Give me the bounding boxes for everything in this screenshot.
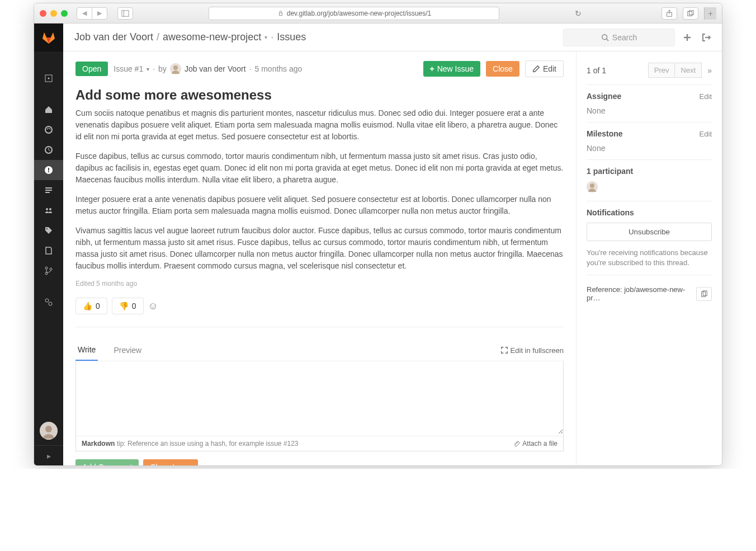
svg-rect-11 bbox=[48, 168, 49, 171]
nav-home[interactable] bbox=[34, 100, 63, 120]
close-window[interactable] bbox=[40, 10, 46, 17]
new-tab-button[interactable]: + bbox=[704, 7, 716, 20]
svg-rect-4 bbox=[688, 11, 692, 16]
issue-content: Open Issue #1 ▾ · by Job van der Voort ·… bbox=[63, 51, 577, 465]
new-issue-button[interactable]: +New Issue bbox=[423, 61, 481, 77]
copy-reference-button[interactable] bbox=[696, 287, 712, 302]
nav-labels[interactable] bbox=[34, 220, 63, 241]
chevron-down-icon[interactable]: ▾ bbox=[147, 66, 149, 72]
nav-activity[interactable] bbox=[34, 120, 63, 140]
add-reaction-button[interactable]: ☺ bbox=[148, 300, 158, 312]
chevron-down-icon[interactable]: ▾ bbox=[264, 34, 267, 40]
user-avatar[interactable] bbox=[40, 422, 58, 440]
unsubscribe-button[interactable]: Unsubscribe bbox=[587, 223, 712, 241]
milestone-edit[interactable]: Edit bbox=[700, 130, 712, 138]
plus-icon[interactable] bbox=[683, 32, 692, 43]
svg-point-18 bbox=[46, 228, 48, 229]
breadcrumb-section[interactable]: Issues bbox=[277, 31, 306, 43]
author-avatar[interactable] bbox=[170, 63, 181, 74]
reload-button[interactable]: ↻ bbox=[575, 9, 586, 18]
add-comment-button[interactable]: Add Comment bbox=[75, 459, 139, 465]
issue-description: Cum sociis natoque penatibus et magnis d… bbox=[75, 107, 564, 272]
issue-title: Add some more awesomeness bbox=[75, 87, 564, 103]
left-sidebar: ▸ bbox=[34, 23, 63, 465]
svg-point-7 bbox=[48, 78, 50, 79]
nav-settings[interactable] bbox=[34, 292, 63, 312]
assignee-edit[interactable]: Edit bbox=[700, 92, 712, 101]
tabs-button[interactable] bbox=[683, 7, 698, 20]
back-button[interactable]: ◀ bbox=[77, 7, 92, 20]
minimize-window[interactable] bbox=[50, 10, 57, 17]
comment-textarea[interactable] bbox=[76, 361, 563, 434]
close-issue-button[interactable]: Close Issue bbox=[143, 459, 197, 465]
collapse-sidebar-icon[interactable]: » bbox=[707, 66, 712, 75]
svg-rect-12 bbox=[48, 171, 49, 172]
svg-rect-14 bbox=[45, 190, 52, 191]
svg-rect-5 bbox=[689, 10, 693, 15]
close-button[interactable]: Close bbox=[486, 61, 519, 77]
svg-point-25 bbox=[45, 426, 52, 432]
next-button[interactable]: Next bbox=[675, 63, 702, 78]
issue-sidebar: 1 of 1 Prev Next » AssigneeEdit None Mil… bbox=[577, 51, 722, 465]
edited-label: Edited 5 months ago bbox=[75, 280, 564, 288]
sidebar-toggle[interactable] bbox=[117, 7, 133, 20]
participant-avatar[interactable] bbox=[587, 181, 598, 192]
prev-button[interactable]: Prev bbox=[648, 63, 675, 78]
assignee-label: Assignee bbox=[587, 92, 621, 101]
share-button[interactable] bbox=[662, 7, 677, 20]
svg-rect-0 bbox=[122, 10, 129, 16]
reference-text: Reference: job/awesome-new-pr… bbox=[587, 285, 696, 302]
breadcrumb-owner[interactable]: Job van der Voort bbox=[74, 31, 153, 43]
svg-point-31 bbox=[590, 183, 594, 188]
nav-wiki[interactable] bbox=[34, 241, 63, 261]
svg-point-20 bbox=[45, 272, 48, 275]
signout-icon[interactable] bbox=[702, 32, 711, 43]
author-name[interactable]: Job van der Voort bbox=[185, 64, 246, 73]
edit-button[interactable]: Edit bbox=[525, 60, 564, 77]
attach-file-link[interactable]: Attach a file bbox=[513, 440, 557, 448]
issue-ref: Issue #1 bbox=[114, 64, 143, 73]
nav-merge[interactable] bbox=[34, 180, 63, 200]
nav-members[interactable] bbox=[34, 200, 63, 220]
forward-button[interactable]: ▶ bbox=[92, 7, 107, 20]
svg-point-23 bbox=[49, 302, 52, 305]
svg-point-29 bbox=[173, 65, 178, 70]
assignee-value: None bbox=[587, 106, 712, 115]
milestone-label: Milestone bbox=[587, 129, 623, 138]
issue-state-badge: Open bbox=[75, 62, 108, 76]
svg-point-21 bbox=[50, 268, 52, 270]
tab-write[interactable]: Write bbox=[75, 340, 98, 361]
svg-point-17 bbox=[49, 208, 51, 210]
nav-cycle[interactable] bbox=[34, 140, 63, 160]
zoom-window[interactable] bbox=[61, 10, 68, 17]
svg-line-27 bbox=[606, 39, 608, 41]
nav-branches[interactable] bbox=[34, 261, 63, 281]
thumbs-up-icon: 👍 bbox=[83, 302, 92, 310]
svg-rect-13 bbox=[45, 187, 52, 189]
search-input[interactable]: Search bbox=[563, 29, 675, 46]
issue-counter: 1 of 1 bbox=[587, 66, 606, 75]
svg-rect-2 bbox=[279, 13, 282, 15]
milestone-value: None bbox=[587, 144, 712, 153]
nav-issues[interactable] bbox=[34, 160, 63, 180]
expand-sidebar[interactable]: ▸ bbox=[34, 445, 63, 465]
svg-point-8 bbox=[45, 126, 52, 133]
breadcrumb-project[interactable]: awesome-new-project bbox=[163, 31, 261, 43]
svg-point-16 bbox=[46, 208, 48, 210]
traffic-lights bbox=[40, 10, 68, 17]
gitlab-logo[interactable] bbox=[34, 23, 63, 51]
svg-rect-15 bbox=[45, 192, 50, 193]
page-header: Job van der Voort / awesome-new-project … bbox=[63, 23, 722, 51]
tab-preview[interactable]: Preview bbox=[111, 340, 144, 360]
thumbs-down-button[interactable]: 👎0 bbox=[112, 298, 144, 314]
edit-fullscreen-link[interactable]: Edit in fullscreen bbox=[500, 346, 564, 355]
url-bar[interactable]: dev.gitlab.org/job/awesome-new-project/i… bbox=[209, 7, 499, 20]
notifications-label: Notifications bbox=[587, 208, 634, 217]
thumbs-up-button[interactable]: 👍0 bbox=[75, 298, 107, 314]
url-text: dev.gitlab.org/job/awesome-new-project/i… bbox=[287, 10, 432, 17]
browser-titlebar: ◀ ▶ dev.gitlab.org/job/awesome-new-proje… bbox=[34, 3, 722, 23]
nav-todo[interactable] bbox=[34, 68, 63, 88]
breadcrumb: Job van der Voort / awesome-new-project … bbox=[74, 31, 555, 43]
participants-label: 1 participant bbox=[587, 167, 633, 176]
issue-time: 5 months ago bbox=[255, 64, 303, 73]
